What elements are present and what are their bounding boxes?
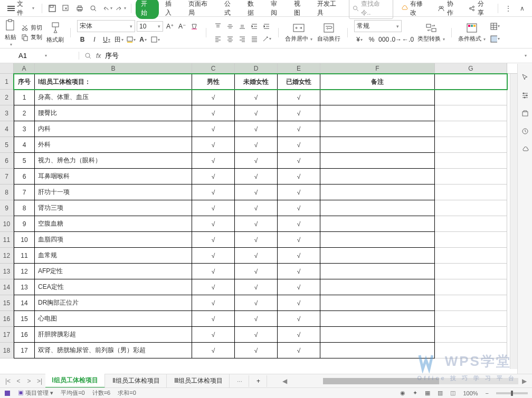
- cell-empty[interactable]: [435, 264, 507, 279]
- align-bottom[interactable]: [237, 21, 248, 32]
- cell-empty[interactable]: [435, 311, 507, 327]
- cell-seq[interactable]: 12: [14, 264, 35, 279]
- row-5[interactable]: 5: [0, 137, 14, 153]
- cell-remark[interactable]: [320, 264, 435, 279]
- tab-start[interactable]: 开始: [136, 0, 159, 19]
- formula-input[interactable]: [105, 52, 520, 60]
- redo-icon[interactable]: ▾: [115, 3, 127, 14]
- increase-font[interactable]: A⁺: [165, 21, 175, 32]
- tab-nav-last[interactable]: >|: [35, 377, 44, 385]
- cell-male[interactable]: √: [192, 327, 235, 343]
- cell-empty[interactable]: [435, 185, 507, 200]
- col-B[interactable]: B: [35, 63, 192, 73]
- row-16[interactable]: 16: [0, 311, 14, 327]
- cell-f1[interactable]: √: [235, 295, 278, 311]
- paste-button[interactable]: 粘贴▾: [4, 18, 17, 47]
- file-menu[interactable]: 文件 ▾: [4, 0, 37, 19]
- row-15[interactable]: 15: [0, 295, 14, 311]
- cell-item[interactable]: 双肾、膀胱输尿管、前列腺（男）彩超: [35, 343, 192, 358]
- cell-f1[interactable]: √: [235, 200, 278, 216]
- cell-f2[interactable]: √: [278, 295, 320, 311]
- cell-empty[interactable]: [435, 295, 507, 311]
- align-top[interactable]: [213, 21, 223, 32]
- cell-f1[interactable]: √: [235, 121, 278, 137]
- justify[interactable]: [249, 34, 260, 44]
- cell-f1[interactable]: √: [235, 137, 278, 153]
- cell-seq[interactable]: 5: [14, 153, 35, 169]
- cell-f2[interactable]: √: [278, 327, 320, 343]
- view-page[interactable]: ▥: [438, 390, 443, 396]
- cell-f2[interactable]: √: [278, 121, 320, 137]
- cloud-icon[interactable]: [521, 145, 529, 153]
- cell-f1[interactable]: √: [235, 216, 278, 232]
- vertical-scrollbar[interactable]: [510, 74, 517, 369]
- cell-remark[interactable]: [320, 232, 435, 248]
- cell-remark[interactable]: [320, 248, 435, 264]
- align-middle[interactable]: [225, 21, 235, 32]
- row-3[interactable]: 3: [0, 105, 14, 121]
- align-left[interactable]: [213, 34, 223, 44]
- cell-f1[interactable]: √: [235, 185, 278, 200]
- hscroll-left[interactable]: ◀: [280, 377, 289, 385]
- cell-remark[interactable]: [320, 327, 435, 343]
- backup-icon[interactable]: [521, 109, 529, 118]
- cell-empty[interactable]: [435, 248, 507, 264]
- cell-header-f2[interactable]: 已婚女性: [278, 74, 320, 90]
- add-sheet[interactable]: +: [250, 375, 267, 387]
- cell-male[interactable]: √: [192, 248, 235, 264]
- cell-remark[interactable]: [320, 200, 435, 216]
- cell-male[interactable]: √: [192, 343, 235, 358]
- horizontal-scrollbar[interactable]: [323, 378, 518, 384]
- tab-layout[interactable]: 页面布局: [184, 0, 218, 20]
- cell-empty[interactable]: [435, 137, 507, 153]
- search-icon[interactable]: [84, 52, 92, 60]
- cell-f2[interactable]: √: [278, 153, 320, 169]
- row-17[interactable]: 17: [0, 327, 14, 343]
- tab-review[interactable]: 审阅: [267, 0, 288, 20]
- worksheet[interactable]: A B C D E F G 12345678910111213141516171…: [0, 63, 532, 368]
- row-1[interactable]: 1: [0, 74, 14, 90]
- zoom-level[interactable]: 100%: [463, 390, 478, 396]
- cell-item[interactable]: 腰臀比: [35, 105, 192, 121]
- tab-nav-prev[interactable]: <: [14, 377, 23, 385]
- tab-insert[interactable]: 插入: [161, 0, 182, 20]
- saveas-icon[interactable]: [60, 3, 72, 14]
- cell-f2[interactable]: √: [278, 311, 320, 327]
- cell-remark[interactable]: [320, 169, 435, 185]
- format-painter[interactable]: 格式刷: [46, 21, 64, 44]
- cell-remark[interactable]: [320, 105, 435, 121]
- cell-f2[interactable]: √: [278, 169, 320, 185]
- row-13[interactable]: 13: [0, 264, 14, 279]
- cell-seq[interactable]: 3: [14, 121, 35, 137]
- cell-f2[interactable]: √: [278, 343, 320, 358]
- col-F[interactable]: F: [320, 63, 435, 73]
- align-right[interactable]: [237, 34, 248, 44]
- cell-male[interactable]: √: [192, 279, 235, 295]
- settings-icon[interactable]: [521, 91, 529, 100]
- cell-f1[interactable]: √: [235, 279, 278, 295]
- view-normal[interactable]: ▦: [425, 390, 430, 396]
- cell-f1[interactable]: √: [235, 105, 278, 121]
- cell-f1[interactable]: √: [235, 153, 278, 169]
- zoom-out[interactable]: −: [486, 390, 489, 396]
- cell-f2[interactable]: √: [278, 105, 320, 121]
- cell-seq[interactable]: 6: [14, 169, 35, 185]
- cell-header-seq[interactable]: 序号: [14, 74, 35, 90]
- cell-male[interactable]: √: [192, 216, 235, 232]
- type-convert[interactable]: 类型转换 ▾: [417, 22, 445, 43]
- cell-male[interactable]: √: [192, 137, 235, 153]
- row-7[interactable]: 7: [0, 169, 14, 185]
- row-9[interactable]: 9: [0, 200, 14, 216]
- clock-icon[interactable]: [521, 127, 529, 135]
- row-6[interactable]: 6: [0, 153, 14, 169]
- cell-seq[interactable]: 14: [14, 295, 35, 311]
- cell-item[interactable]: AFP定性: [35, 264, 192, 279]
- col-D[interactable]: D: [235, 63, 278, 73]
- cell-male[interactable]: √: [192, 200, 235, 216]
- cell-f2[interactable]: √: [278, 137, 320, 153]
- cell-f2[interactable]: √: [278, 216, 320, 232]
- tab-dev[interactable]: 开发工具: [313, 0, 347, 20]
- cell-seq[interactable]: 15: [14, 311, 35, 327]
- clear-format[interactable]: [189, 21, 200, 32]
- strike-button[interactable]: 田▾: [113, 34, 124, 45]
